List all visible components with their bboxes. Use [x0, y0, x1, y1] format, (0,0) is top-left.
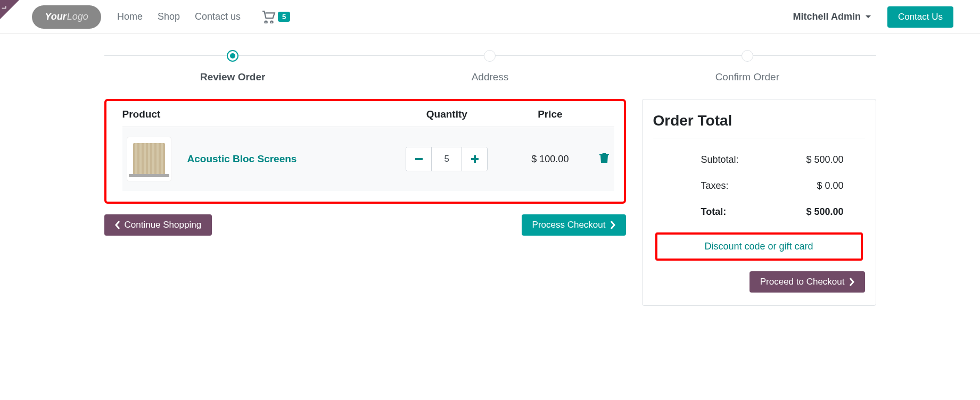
nav-contact[interactable]: Contact us: [195, 11, 241, 22]
step-dot-icon: [227, 50, 238, 62]
cart-table: Product Quantity Price Acoustic Bloc Scr: [122, 109, 614, 191]
svg-rect-2: [471, 158, 479, 160]
qty-increase-button[interactable]: [462, 147, 487, 171]
cart-highlight-box: Product Quantity Price Acoustic Bloc Scr: [104, 99, 626, 204]
taxes-label: Taxes:: [701, 180, 729, 191]
order-total-title: Order Total: [653, 112, 865, 138]
line-price: $ 100.00: [506, 127, 594, 191]
step-label: Review Order: [104, 71, 361, 83]
total-line: Total: $ 500.00: [653, 206, 865, 218]
cart-link[interactable]: 5: [262, 11, 290, 23]
qty-input[interactable]: [432, 147, 462, 171]
proceed-checkout-button[interactable]: Proceed to Checkout: [750, 271, 865, 293]
order-total-box: Order Total Subtotal: $ 500.00 Taxes: $ …: [642, 99, 876, 306]
user-menu[interactable]: Mitchell Admin: [793, 11, 871, 22]
step-review[interactable]: Review Order: [104, 50, 361, 83]
proceed-checkout-label: Proceed to Checkout: [760, 277, 845, 287]
contact-us-button[interactable]: Contact Us: [887, 6, 953, 28]
minus-icon: [415, 158, 423, 160]
cart-icon: [262, 11, 276, 23]
total-label: Total:: [701, 206, 727, 218]
checkout-steps: Review Order Address Confirm Order: [104, 50, 876, 83]
svg-rect-0: [415, 158, 423, 160]
continue-shopping-label: Continue Shopping: [125, 220, 202, 230]
process-checkout-button[interactable]: Process Checkout: [522, 214, 626, 236]
cart-count-badge: 5: [278, 12, 290, 22]
taxes-line: Taxes: $ 0.00: [653, 180, 865, 191]
process-checkout-label: Process Checkout: [532, 220, 606, 230]
site-logo[interactable]: YourLogo: [32, 5, 101, 29]
step-label: Confirm Order: [619, 71, 876, 83]
step-dot-icon: [742, 50, 753, 62]
th-product: Product: [122, 109, 388, 127]
nav-home[interactable]: Home: [117, 11, 143, 22]
remove-line-button[interactable]: [599, 153, 609, 165]
subtotal-value: $ 500.00: [806, 154, 843, 165]
discount-highlight-box: Discount code or gift card: [655, 232, 863, 261]
trash-icon: [599, 153, 609, 163]
step-address[interactable]: Address: [361, 50, 619, 83]
caret-down-icon: [865, 15, 871, 19]
subtotal-label: Subtotal:: [701, 154, 739, 165]
nav-links: Home Shop Contact us: [117, 11, 241, 22]
product-image[interactable]: [127, 137, 171, 181]
th-quantity: Quantity: [388, 109, 506, 127]
total-value: $ 500.00: [806, 206, 843, 218]
qty-decrease-button[interactable]: [406, 147, 432, 171]
top-navbar: YourLogo Home Shop Contact us 5 Mitchell…: [0, 0, 980, 34]
table-row: Acoustic Bloc Screens: [122, 127, 614, 191]
corner-ribbon[interactable]: [0, 0, 19, 19]
chevron-left-icon: [115, 221, 120, 229]
th-price: Price: [506, 109, 594, 127]
step-dot-icon: [484, 50, 496, 62]
nav-shop[interactable]: Shop: [158, 11, 180, 22]
product-name-link[interactable]: Acoustic Bloc Screens: [187, 153, 297, 165]
taxes-value: $ 0.00: [817, 180, 843, 191]
continue-shopping-button[interactable]: Continue Shopping: [104, 214, 212, 236]
quantity-stepper: [406, 147, 488, 171]
step-confirm[interactable]: Confirm Order: [619, 50, 876, 83]
chevron-right-icon: [610, 221, 615, 229]
plus-icon: [471, 155, 479, 163]
subtotal-line: Subtotal: $ 500.00: [653, 154, 865, 165]
chevron-right-icon: [849, 278, 854, 286]
discount-code-link[interactable]: Discount code or gift card: [704, 241, 813, 252]
user-name: Mitchell Admin: [793, 11, 861, 22]
step-label: Address: [361, 71, 619, 83]
